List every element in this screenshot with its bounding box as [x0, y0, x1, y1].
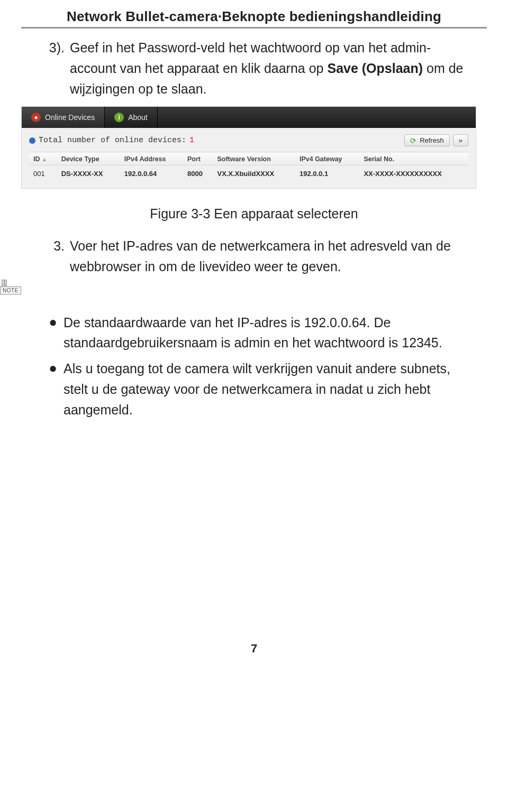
tab-online-devices[interactable]: ● Online Devices [22, 107, 105, 128]
bullet-2-text: Als u toegang tot de camera wilt verkrij… [64, 358, 466, 420]
col-gateway[interactable]: IPv4 Gateway [295, 152, 359, 165]
bullet-2: ● Als u toegang tot de camera wilt verkr… [42, 358, 466, 420]
total-label-text: Total number of online devices: [39, 136, 186, 145]
col-serial[interactable]: Serial No. [359, 152, 468, 165]
screenshot-tab-bar: ● Online Devices i About [22, 107, 476, 128]
col-device-type[interactable]: Device Type [57, 152, 120, 165]
sadp-screenshot: ● Online Devices i About Total number of… [21, 106, 476, 189]
cell-type: DS-XXXX-XX [57, 165, 120, 183]
total-devices-label: Total number of online devices: 1 [29, 136, 194, 145]
bullet-dot-icon: ● [42, 312, 64, 354]
col-software[interactable]: Software Version [213, 152, 295, 165]
cell-id: 001 [29, 165, 57, 183]
col-ipv4[interactable]: IPv4 Address [120, 152, 183, 165]
page-number: 7 [42, 642, 466, 656]
step-3-save-label: Save (Opslaan) [327, 61, 423, 76]
refresh-label: Refresh [420, 136, 444, 144]
step-3-number: 3). [42, 38, 70, 99]
devices-table: ID ▲ Device Type IPv4 Address Port Softw… [29, 152, 468, 183]
refresh-icon: ⟳ [410, 137, 416, 144]
cell-serial: XX-XXXX-XXXXXXXXXX [359, 165, 468, 183]
user-icon: ● [31, 113, 41, 122]
note-label: NOTE [0, 287, 21, 294]
cell-port: 8000 [183, 165, 213, 183]
total-value: 1 [189, 136, 194, 145]
col-port[interactable]: Port [183, 152, 213, 165]
table-row[interactable]: 001 DS-XXXX-XX 192.0.0.64 8000 VX.X.Xbui… [29, 165, 468, 183]
expand-button[interactable]: » [453, 134, 468, 146]
step-3b-text: Voer het IP-adres van de netwerkcamera i… [70, 236, 466, 277]
figure-caption: Figure 3-3 Een apparaat selecteren [42, 204, 466, 224]
cell-sw: VX.X.XbuildXXXX [213, 165, 295, 183]
step-3-text: Geef in het Password-veld het wachtwoord… [70, 38, 466, 99]
info-icon: i [114, 113, 124, 122]
step-3b-number: 3. [42, 236, 70, 277]
cell-gw: 192.0.0.1 [295, 165, 359, 183]
info-blue-icon [29, 137, 35, 144]
bullet-1: ● De standaardwaarde van het IP-adres is… [42, 312, 466, 354]
header-rule [21, 27, 487, 28]
refresh-button[interactable]: ⟳ Refresh [404, 134, 450, 146]
sort-up-icon: ▲ [42, 156, 47, 162]
step-3b-container: 3. Voer het IP-adres van de netwerkcamer… [42, 236, 466, 277]
cell-ip: 192.0.0.64 [120, 165, 183, 183]
page-header-title: Network Bullet-camera·Beknopte bediening… [42, 8, 466, 25]
step-3-container: 3). Geef in het Password-veld het wachtw… [42, 38, 466, 99]
tab-online-label: Online Devices [45, 113, 95, 122]
bullet-dot-icon: ● [42, 358, 64, 420]
bullet-1-text: De standaardwaarde van het IP-adres is 1… [64, 312, 466, 354]
note-icon: NOTE [21, 284, 466, 303]
tab-about-label: About [128, 113, 148, 122]
tab-about[interactable]: i About [105, 107, 158, 128]
col-id[interactable]: ID ▲ [29, 152, 57, 165]
